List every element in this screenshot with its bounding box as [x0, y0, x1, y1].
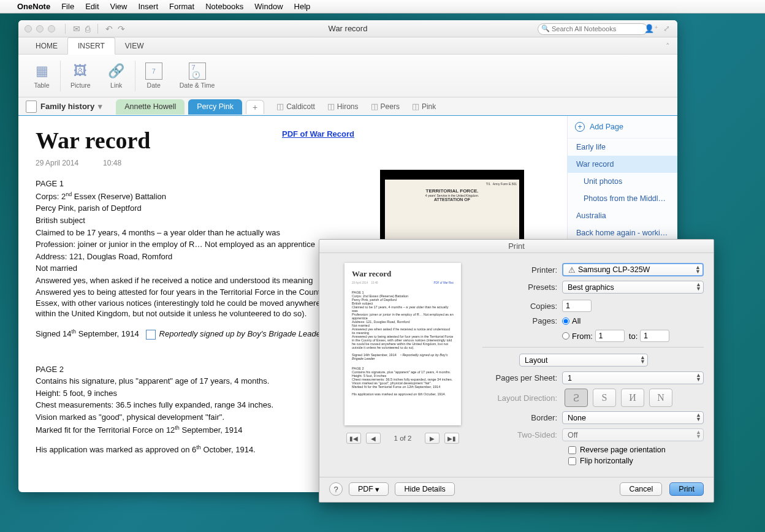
panel-select[interactable]: Layout▲▼ [519, 354, 648, 367]
section-tab-percy[interactable]: Percy Pink [188, 99, 242, 115]
ribbon-tabs: HOME INSERT VIEW ˄ [18, 37, 677, 55]
qat-email-icon[interactable]: ✉ [73, 24, 80, 34]
ribbon-collapse-icon[interactable]: ˄ [666, 42, 670, 51]
ribbon: ▦Table 🖼Picture 🔗Link 7Date 7🕐Date & Tim… [18, 55, 677, 97]
datetime-icon: 7🕐 [189, 63, 206, 80]
page-item-war-record[interactable]: War record [568, 156, 677, 173]
search-icon: 🔍 [541, 25, 550, 32]
note-icon: ◫ [412, 102, 419, 111]
last-page-button[interactable]: ▶▮ [444, 433, 459, 444]
pages-to-input[interactable] [640, 330, 669, 342]
pages-all-radio[interactable] [562, 317, 569, 325]
menu-edit[interactable]: Edit [85, 2, 99, 11]
pages-range-radio[interactable] [562, 332, 569, 340]
mac-menubar: OneNote File Edit View Insert Format Not… [0, 0, 765, 13]
layout-dir-2[interactable]: S [593, 389, 616, 407]
plus-icon: + [575, 122, 585, 132]
picture-icon: 🖼 [72, 63, 89, 80]
qat-undo-icon[interactable]: ↶ [105, 24, 113, 34]
quick-note-caldicott[interactable]: ◫Caldicott [276, 102, 315, 111]
page-indicator: 1 of 2 [394, 435, 412, 442]
search-input[interactable] [538, 23, 648, 35]
share-icon[interactable]: 👤⁺ [644, 24, 658, 33]
copies-input[interactable] [562, 300, 592, 312]
print-preview: War record 29 April 2014 10:48 PDF of Wa… [344, 263, 461, 425]
warning-icon: ⚠ [568, 265, 576, 275]
printer-select[interactable]: ⚠Samsung CLP-325W▲▼ [562, 263, 704, 276]
cancel-button[interactable]: Cancel [620, 482, 662, 496]
hide-details-button[interactable]: Hide Details [395, 482, 454, 496]
menu-notebooks[interactable]: Notebooks [205, 2, 243, 11]
pdf-link[interactable]: PDF of War Record [282, 129, 354, 139]
section-tab-annette[interactable]: Annette Howell [116, 99, 185, 115]
table-icon: ▦ [33, 63, 50, 80]
app-name[interactable]: OneNote [17, 2, 50, 11]
attachment-icon[interactable] [146, 330, 156, 340]
layout-dir-4[interactable]: N [649, 389, 672, 407]
print-dialog: Print War record 29 April 2014 10:48 PDF… [319, 239, 714, 503]
layout-dir-1[interactable]: Ƨ [565, 389, 588, 407]
presets-select[interactable]: Best graphics▲▼ [562, 281, 704, 294]
two-sided-select[interactable]: Off▲▼ [562, 428, 704, 441]
pdf-button[interactable]: PDF ▾ [349, 482, 389, 496]
menu-help[interactable]: Help [294, 2, 311, 11]
add-page-button[interactable]: +Add Page [568, 116, 677, 139]
quick-note-pink[interactable]: ◫Pink [412, 102, 436, 111]
pages-per-sheet-select[interactable]: 1▲▼ [562, 371, 704, 384]
border-select[interactable]: None▲▼ [562, 411, 704, 424]
close-traffic-light[interactable] [25, 25, 32, 32]
section-bar: Family history ▾ Annette Howell Percy Pi… [18, 97, 677, 116]
tab-insert[interactable]: INSERT [67, 37, 115, 55]
flip-horizontally-checkbox[interactable] [568, 457, 576, 465]
next-page-button[interactable]: ▶ [425, 433, 440, 444]
tab-view[interactable]: VIEW [115, 38, 154, 54]
note-icon: ◫ [371, 102, 378, 111]
chevron-down-icon: ▾ [98, 102, 102, 111]
note-body[interactable]: PAGE 1 Corps: 2nd Essex (Reserve) Battal… [36, 178, 342, 455]
menu-window[interactable]: Window [254, 2, 283, 11]
page-item-photos-middle[interactable]: Photos from the Middle… [568, 190, 677, 207]
notebook-icon [26, 101, 37, 113]
quick-note-peers[interactable]: ◫Peers [371, 102, 400, 111]
prev-page-button[interactable]: ◀ [366, 433, 381, 444]
print-dialog-title: Print [319, 240, 714, 253]
print-button[interactable]: Print [669, 482, 704, 496]
reverse-orientation-checkbox[interactable] [568, 446, 576, 454]
page-item-australia[interactable]: Australia [568, 207, 677, 224]
page-datetime: 29 April 201410:48 [36, 159, 550, 167]
menu-insert[interactable]: Insert [138, 2, 158, 11]
window-title: War record [329, 24, 368, 33]
minimize-traffic-light[interactable] [36, 25, 44, 32]
menu-view[interactable]: View [110, 2, 128, 11]
embedded-image[interactable]: T/1 Army Form E.501 TERRITORIAL FORCE. 4… [380, 170, 524, 249]
ribbon-date[interactable]: 7Date [138, 60, 170, 91]
pages-from-input[interactable] [595, 330, 625, 342]
menu-format[interactable]: Format [169, 2, 194, 11]
page-item-unit-photos[interactable]: Unit photos [568, 173, 677, 190]
ribbon-table[interactable]: ▦Table [26, 60, 58, 91]
help-button[interactable]: ? [329, 482, 343, 496]
layout-dir-3[interactable]: И [621, 389, 644, 407]
notebook-switcher[interactable]: Family history ▾ [26, 101, 102, 113]
qat-redo-icon[interactable]: ↷ [118, 24, 125, 34]
add-section-button[interactable]: + [246, 100, 264, 114]
date-icon: 7 [145, 63, 162, 80]
quick-note-hirons[interactable]: ◫Hirons [327, 102, 359, 111]
ribbon-datetime[interactable]: 7🕐Date & Time [172, 60, 223, 91]
titlebar: ✉ ⎙ ↶ ↷ War record 🔍 👤⁺ ⤢ [18, 20, 677, 37]
qat-print-icon[interactable]: ⎙ [85, 24, 90, 34]
ribbon-link[interactable]: 🔗Link [101, 60, 132, 91]
first-page-button[interactable]: ▮◀ [346, 433, 361, 444]
fullscreen-icon[interactable]: ⤢ [663, 24, 670, 33]
tab-home[interactable]: HOME [26, 38, 67, 54]
zoom-traffic-light[interactable] [48, 25, 55, 32]
menu-file[interactable]: File [61, 2, 74, 11]
link-icon: 🔗 [108, 63, 125, 80]
note-icon: ◫ [327, 102, 335, 111]
ribbon-picture[interactable]: 🖼Picture [63, 60, 98, 91]
note-icon: ◫ [276, 102, 284, 111]
page-item-early-life[interactable]: Early life [568, 139, 677, 156]
